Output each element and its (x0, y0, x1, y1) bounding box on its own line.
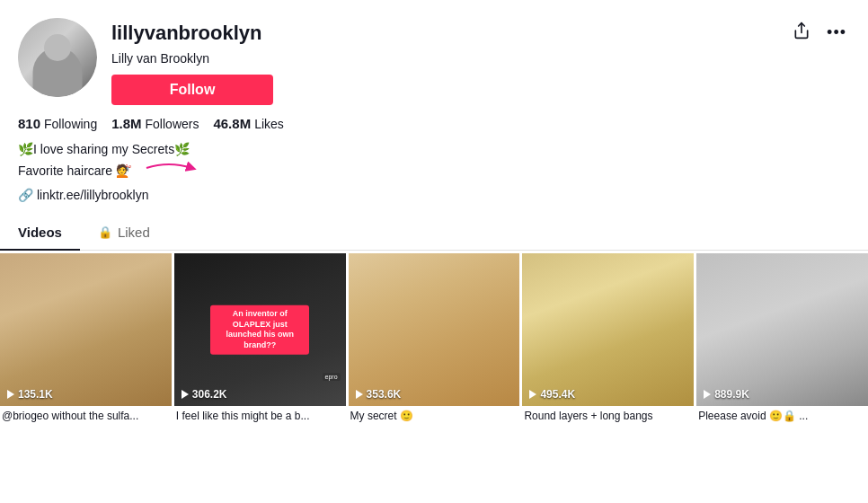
video-thumbnail: An inventor of OLAPLEX just launched his… (174, 253, 346, 406)
likes-label: Likes (254, 117, 284, 131)
profile-header: lillyvanbrooklyn ••• (18, 18, 850, 105)
link-icon: 🔗 (18, 188, 33, 202)
pink-arrow-decoration (142, 159, 196, 182)
video-card[interactable]: 353.6K My secret 🙂 (349, 253, 520, 424)
video-card[interactable]: 495.4K Round layers + long bangs (522, 253, 694, 424)
more-options-button[interactable]: ••• (823, 20, 850, 46)
play-count: 306.2K (182, 388, 227, 401)
play-count-value: 353.6K (367, 388, 402, 401)
tabs-bar: Videos 🔒 Liked (0, 215, 868, 251)
following-count: 810 (18, 116, 40, 131)
likes-count: 46.8M (213, 116, 251, 131)
followers-stat: 1.8M Followers (111, 116, 199, 131)
stats-row: 810 Following 1.8M Followers 46.8M Likes (18, 116, 850, 131)
profile-info: lillyvanbrooklyn ••• (111, 18, 850, 105)
video-card[interactable]: 135.1K @briogeo without the sulfa... (0, 253, 172, 424)
share-icon (793, 25, 810, 43)
video-caption: Pleease avoid 🙂🔒 ... (696, 406, 868, 424)
video-thumbnail: 135.1K (0, 253, 172, 406)
play-icon (182, 390, 189, 399)
play-count-value: 889.9K (714, 388, 749, 401)
bio-text-2: Favorite haircare 💇 (18, 162, 131, 181)
play-icon (704, 390, 711, 399)
video-thumbnail: 889.9K (696, 253, 868, 406)
username-row: lillyvanbrooklyn ••• (111, 18, 850, 48)
play-icon (7, 390, 14, 399)
tab-liked[interactable]: 🔒 Liked (80, 216, 168, 251)
following-stat: 810 Following (18, 116, 97, 131)
video-card[interactable]: An inventor of OLAPLEX just launched his… (174, 253, 346, 424)
play-count: 135.1K (7, 388, 53, 401)
more-icon: ••• (827, 23, 846, 41)
play-count: 495.4K (529, 388, 575, 401)
share-button[interactable] (789, 18, 814, 48)
video-badge: An inventor of OLAPLEX just launched his… (210, 305, 309, 355)
video-caption: I feel like this might be a b... (174, 406, 346, 424)
username: lillyvanbrooklyn (111, 22, 262, 45)
video-thumbnail: 353.6K (349, 253, 520, 406)
bio-line-2: Favorite haircare 💇 (18, 159, 850, 182)
play-count-value: 306.2K (192, 388, 227, 401)
followers-count: 1.8M (111, 116, 141, 131)
header-actions: ••• (789, 18, 850, 48)
play-count: 889.9K (704, 388, 749, 401)
videos-grid: 135.1K @briogeo without the sulfa... An … (0, 251, 868, 424)
bio-section: 🌿I love sharing my Secrets🌿 Favorite hai… (18, 140, 850, 182)
link-row: 🔗 linktr.ee/lillybrooklyn (18, 188, 850, 202)
avatar (18, 18, 97, 97)
video-caption: Round layers + long bangs (522, 406, 694, 424)
video-thumbnail: 495.4K (522, 253, 694, 406)
tab-liked-label: Liked (118, 225, 150, 240)
follow-button[interactable]: Follow (111, 75, 273, 105)
display-name: Lilly van Brooklyn (111, 51, 850, 66)
bio-line-1: 🌿I love sharing my Secrets🌿 (18, 140, 850, 159)
play-count: 353.6K (356, 388, 402, 401)
bio-text-1: 🌿I love sharing my Secrets🌿 (18, 140, 190, 159)
play-count-value: 135.1K (18, 388, 53, 401)
profile-section: lillyvanbrooklyn ••• (0, 0, 868, 215)
play-icon (529, 390, 536, 399)
epro-badge: epro (323, 373, 341, 381)
likes-stat: 46.8M Likes (213, 116, 283, 131)
play-count-value: 495.4K (540, 388, 575, 401)
video-caption: My secret 🙂 (349, 406, 520, 424)
tab-videos-label: Videos (18, 225, 62, 240)
video-card[interactable]: 889.9K Pleease avoid 🙂🔒 ... (696, 253, 868, 424)
following-label: Following (44, 117, 97, 131)
profile-link[interactable]: linktr.ee/lillybrooklyn (37, 188, 149, 202)
video-caption: @briogeo without the sulfa... (0, 406, 172, 424)
lock-icon: 🔒 (98, 225, 112, 239)
followers-label: Followers (146, 117, 199, 131)
play-icon (356, 390, 363, 399)
tab-videos[interactable]: Videos (0, 216, 80, 251)
